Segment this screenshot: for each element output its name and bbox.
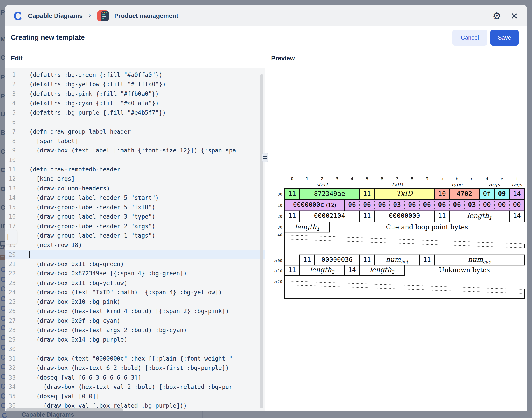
line-number: 23 [5,278,16,288]
group-label: start [316,182,328,187]
byte-value: length1 [295,223,319,232]
line-number: 6 [5,117,16,127]
code-line[interactable]: 17 (draw-group-label-header 2 "args") [5,221,265,231]
code-line[interactable]: 7(defn draw-group-label-header [5,127,265,136]
gap-label: Cue and loop point bytes [386,223,468,231]
code-line[interactable]: 9 (draw-box (text label [:math {:font-si… [5,146,265,155]
byte-value: 11 [288,212,296,220]
code-line[interactable]: 32 (draw-box (hex-text 6 2 :bold) [:box-… [5,363,265,373]
code-line[interactable]: 3(defattrs :bg-pink {:fill "#ffb0a0"}) [5,89,265,99]
code-line[interactable]: 8 [span label] [5,136,265,146]
gap-label: Unknown bytes [439,266,490,274]
line-number: 14 [5,193,16,203]
code-line[interactable]: 18 (draw-group-label-header 1 "tags") [5,231,265,240]
line-number: 31 [5,354,16,363]
code-text: (defattrs :bg-purple {:fill "#e4b5f7"}) [16,108,166,117]
line-number: 17 [5,221,16,231]
save-button[interactable]: Save [490,30,519,46]
byte-value: 00000000 [389,212,420,220]
code-text: (draw-column-headers) [16,184,110,193]
row-address: 20 [278,214,282,219]
column-header: 9 [425,176,428,182]
code-line[interactable]: 31 (draw-box (text "0000000c" :hex [[:pl… [5,354,265,363]
code-line[interactable]: 6 [5,117,265,127]
settings-gear-icon[interactable]: ⚙ [492,11,501,21]
code-line[interactable]: 24 (draw-box (text "TxID" :math) [{:span… [5,288,265,297]
code-text: (defattrs :bg-green {:fill "#a0ffa0"}) [16,70,162,80]
code-line[interactable]: 11(defn draw-remotedb-header [5,165,265,174]
line-number: 7 [5,127,16,136]
byte-value: 872349ae [314,190,345,197]
line-number: 1 [5,70,16,80]
code-line[interactable]: 33 (doseq [val [6 6 3 6 6 6 6 3]] [5,373,265,382]
code-line[interactable]: 25 (draw-box 0x10 :bg-pink) [5,297,265,306]
column-header: 0 [290,176,293,182]
collapse-panel-button[interactable]: |→ [5,230,17,244]
code-line[interactable]: 23 (draw-box 0x11 :bg-yellow) [5,278,265,288]
code-line[interactable]: 15 (draw-group-label-header 5 "TxID") [5,203,265,212]
code-line[interactable]: 1(defattrs :bg-green {:fill "#a0ffa0"}) [5,70,265,80]
code-line[interactable]: 14 (draw-group-label-header 5 "start") [5,193,265,203]
modal-header: C Capable Diagrams › Product management … [5,5,527,27]
bytefield-diagram: 0123456789abcdef start TxID type args ta… [270,164,527,303]
column-header: 3 [336,176,338,182]
line-number: 35 [5,392,16,401]
code-line[interactable]: 2(defattrs :bg-yellow {:fill "#ffffa0"}) [5,80,265,89]
byte-value: 11 [423,256,431,263]
byte-value: 06 [453,201,461,208]
code-lines[interactable]: 1(defattrs :bg-green {:fill "#a0ffa0"})2… [5,70,265,411]
code-text: (next-row 18) [16,240,82,250]
product-management-icon [97,10,109,22]
column-headers: 0123456789abcdef [290,176,518,182]
code-line[interactable]: 29 (draw-box 0x14 :bg-purple) [5,335,265,344]
byte-value: 06 [408,201,416,208]
line-number: 30 [5,345,16,354]
byte-value: 06 [423,201,431,208]
preview-pane: 0123456789abcdef start TxID type args ta… [265,68,527,411]
byte-value: 10 [438,190,446,197]
text-cursor [29,251,30,258]
byte-value: 03 [468,201,476,208]
breadcrumb-app[interactable]: Capable Diagrams [28,12,83,19]
editor-horizontal-scrollbar[interactable] [6,408,123,411]
code-line[interactable]: 10 [5,155,265,165]
gap-line [285,281,524,290]
pane-drag-handle[interactable] [262,153,268,162]
breadcrumb-page[interactable]: Product management [114,12,178,19]
column-header: 1 [306,176,308,182]
code-line[interactable]: 28 (draw-box (hex-text args 2 :bold) :bg… [5,325,265,335]
code-line[interactable]: 30 [5,345,265,354]
column-header: 8 [411,176,413,182]
code-text: (draw-box (hex-text 6 2 :bold) [:box-fir… [16,363,229,373]
code-line[interactable]: 35 (doseq [val [0 0]] [5,392,265,401]
code-editor[interactable]: 1(defattrs :bg-green {:fill "#a0ffa0"})2… [5,68,265,411]
byte-value: 11 [363,256,371,263]
code-text: (doseq [val [0 0]] [16,392,99,401]
code-line[interactable]: 19 (next-row 18) [5,240,265,250]
code-text: (draw-box 0x10 :bg-pink) [16,297,120,306]
code-line[interactable]: 21 (draw-box 0x11 :bg-green) [5,259,265,269]
code-line[interactable]: 34 (draw-box (hex-text val 2 :bold) [:bo… [5,382,265,392]
code-line[interactable]: 4(defattrs :bg-cyan {:fill "#a0fafa"}) [5,99,265,108]
cancel-button[interactable]: Cancel [452,30,487,46]
gap-line [285,239,524,248]
line-number: 24 [5,288,16,297]
code-line[interactable]: 13 (draw-column-headers) [5,184,265,193]
code-line[interactable]: 26 (draw-box (hex-text kind 4 :bold) [{:… [5,306,265,316]
code-line[interactable]: 16 (draw-group-label-header 3 "type") [5,212,265,221]
code-line[interactable]: 5(defattrs :bg-purple {:fill "#e4b5f7"}) [5,108,265,117]
line-number: 9 [5,146,16,155]
code-text: (draw-box 0x0f :bg-cyan) [16,316,120,325]
group-label: args [489,182,500,187]
line-number: 26 [5,306,16,316]
code-line[interactable]: 20 [5,250,265,259]
byte-value: length1 [467,212,492,221]
code-line[interactable]: 22 (draw-box 0x872349ae [{:span 4} :bg-g… [5,269,265,278]
code-line[interactable]: 27 (draw-box 0x0f :bg-cyan) [5,316,265,325]
close-icon[interactable]: × [511,11,518,21]
column-header: 5 [365,176,368,182]
code-line[interactable]: 12 [kind args] [5,174,265,184]
code-text: (defn draw-remotedb-header [16,165,120,174]
column-header: c [471,176,473,182]
editor-vertical-scrollbar[interactable] [260,74,263,408]
